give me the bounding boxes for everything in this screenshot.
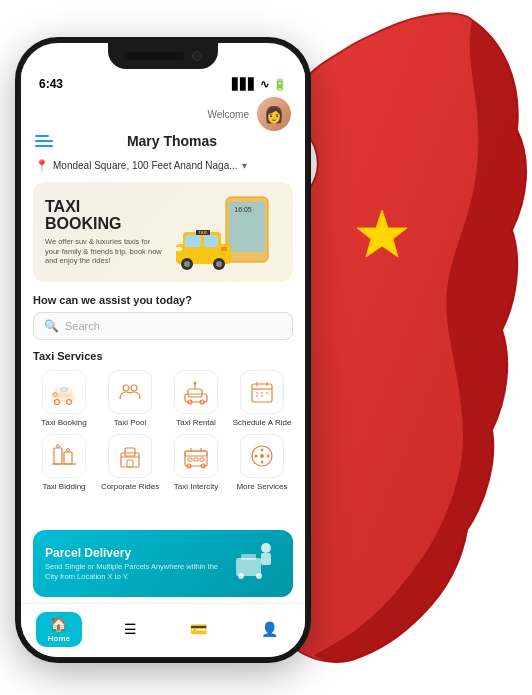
- taxi-intercity-label: Taxi Intercity: [174, 482, 218, 492]
- svg-rect-49: [185, 451, 207, 456]
- bookings-icon: ☰: [124, 621, 137, 637]
- taxi-intercity-icon-box: [174, 434, 218, 478]
- more-services-icon-box: [240, 434, 284, 478]
- svg-rect-7: [204, 235, 218, 247]
- nav-bookings[interactable]: ☰: [112, 617, 149, 643]
- wallet-icon: 💳: [190, 621, 207, 637]
- nav-wallet[interactable]: 💳: [178, 617, 219, 643]
- nav-home[interactable]: 🏠 Home: [36, 612, 82, 647]
- bottom-navigation: 🏠 Home ☰ 💳 👤: [21, 603, 305, 657]
- service-taxi-booking[interactable]: Taxi Booking: [33, 370, 95, 428]
- svg-rect-6: [185, 235, 201, 247]
- status-bar: 6:43 ▋▋▋ ∿ 🔋: [21, 69, 305, 93]
- taxi-pool-icon-box: [108, 370, 152, 414]
- search-icon: 🔍: [44, 319, 59, 333]
- service-more-services[interactable]: More Services: [231, 434, 293, 492]
- svg-rect-40: [64, 452, 72, 464]
- svg-point-43: [67, 448, 70, 451]
- services-grid: Taxi Booking Taxi Pool Tax: [33, 370, 293, 491]
- banner-illustration: 16:05 TAXI: [171, 192, 281, 272]
- svg-point-23: [131, 385, 137, 391]
- taxi-booking-banner[interactable]: TAXI BOOKING We offer suv & luxuries tax…: [33, 182, 293, 282]
- svg-point-29: [194, 382, 197, 385]
- chevron-down-icon: ▾: [242, 160, 247, 171]
- svg-point-62: [267, 454, 270, 457]
- svg-point-67: [238, 573, 244, 579]
- location-bar[interactable]: 📍 Mondeal Square, 100 Feet Anand Naga...…: [21, 155, 305, 176]
- search-section: How can we assist you today? 🔍 Search: [21, 288, 305, 344]
- user-name: Mary Thomas: [53, 133, 291, 149]
- svg-rect-53: [194, 458, 198, 461]
- svg-rect-13: [221, 247, 227, 251]
- banner-subtitle: We offer suv & luxuries taxis for your f…: [45, 237, 165, 266]
- location-text: Mondeal Square, 100 Feet Anand Naga...: [53, 160, 238, 171]
- svg-point-22: [123, 385, 129, 391]
- search-bar[interactable]: 🔍 Search: [33, 312, 293, 340]
- hamburger-menu[interactable]: [35, 135, 53, 147]
- svg-rect-25: [188, 389, 202, 397]
- svg-rect-52: [188, 458, 192, 461]
- taxi-bidding-icon-box: [42, 434, 86, 478]
- taxi-booking-label: Taxi Booking: [41, 418, 86, 428]
- signal-icon: ▋▋▋: [232, 78, 256, 91]
- welcome-label: Welcome: [208, 109, 250, 120]
- svg-rect-12: [176, 247, 182, 251]
- svg-point-60: [261, 460, 264, 463]
- search-placeholder: Search: [65, 320, 100, 332]
- service-schedule-ride[interactable]: Schedule A Ride: [231, 370, 293, 428]
- service-taxi-bidding[interactable]: Taxi Bidding: [33, 434, 95, 492]
- svg-text:16:05: 16:05: [234, 206, 252, 213]
- svg-text:TAXI: TAXI: [199, 230, 208, 235]
- svg-rect-64: [261, 553, 271, 565]
- parcel-delivery-icon: [231, 540, 281, 587]
- parcel-title: Parcel Delivery: [45, 546, 223, 560]
- services-title: Taxi Services: [33, 350, 293, 362]
- corporate-rides-label: Corporate Rides: [101, 482, 159, 492]
- assist-label: How can we assist you today?: [33, 294, 293, 306]
- location-pin-icon: 📍: [35, 159, 49, 172]
- services-section: Taxi Services Taxi Booking T: [21, 344, 305, 524]
- home-icon: 🏠: [50, 616, 67, 632]
- svg-point-42: [57, 444, 60, 447]
- svg-point-61: [255, 454, 258, 457]
- svg-rect-39: [54, 448, 62, 464]
- service-taxi-intercity[interactable]: Taxi Intercity: [165, 434, 227, 492]
- svg-rect-47: [127, 460, 133, 467]
- svg-point-58: [260, 454, 264, 458]
- svg-rect-17: [55, 388, 71, 397]
- service-taxi-rental[interactable]: Taxi Rental: [165, 370, 227, 428]
- more-services-label: More Services: [236, 482, 287, 492]
- svg-point-68: [256, 573, 262, 579]
- service-taxi-pool[interactable]: Taxi Pool: [99, 370, 161, 428]
- phone-frame: 6:43 ▋▋▋ ∿ 🔋 Welcome 👩 Mary Thomas: [18, 40, 308, 660]
- status-time: 6:43: [39, 77, 63, 91]
- svg-point-11: [216, 261, 222, 267]
- schedule-ride-label: Schedule A Ride: [233, 418, 292, 428]
- service-corporate-rides[interactable]: Corporate Rides: [99, 434, 161, 492]
- svg-point-63: [261, 543, 271, 553]
- svg-rect-54: [200, 458, 204, 461]
- schedule-ride-icon-box: [240, 370, 284, 414]
- taxi-rental-icon-box: [174, 370, 218, 414]
- battery-icon: 🔋: [273, 78, 287, 91]
- parcel-delivery-banner[interactable]: Parcel Delivery Send Single or Multiple …: [33, 530, 293, 597]
- taxi-bidding-label: Taxi Bidding: [42, 482, 85, 492]
- taxi-pool-label: Taxi Pool: [114, 418, 146, 428]
- app-header: Welcome 👩 Mary Thomas: [21, 93, 305, 155]
- taxi-rental-label: Taxi Rental: [176, 418, 216, 428]
- banner-title: TAXI BOOKING: [45, 198, 171, 233]
- svg-rect-66: [241, 554, 256, 560]
- status-icons: ▋▋▋ ∿ 🔋: [232, 78, 287, 91]
- taxi-booking-icon-box: [42, 370, 86, 414]
- nav-home-label: Home: [48, 634, 70, 643]
- nav-profile[interactable]: 👤: [249, 617, 290, 643]
- phone-notch: [108, 43, 218, 69]
- profile-icon: 👤: [261, 621, 278, 637]
- user-avatar[interactable]: 👩: [257, 97, 291, 131]
- svg-point-59: [261, 448, 264, 451]
- svg-rect-45: [125, 448, 135, 456]
- phone-device: 6:43 ▋▋▋ ∿ 🔋 Welcome 👩 Mary Thomas: [18, 40, 308, 660]
- svg-point-9: [184, 261, 190, 267]
- parcel-subtitle: Send Single or Multiple Parcels Anywhere…: [45, 562, 223, 582]
- corporate-rides-icon-box: [108, 434, 152, 478]
